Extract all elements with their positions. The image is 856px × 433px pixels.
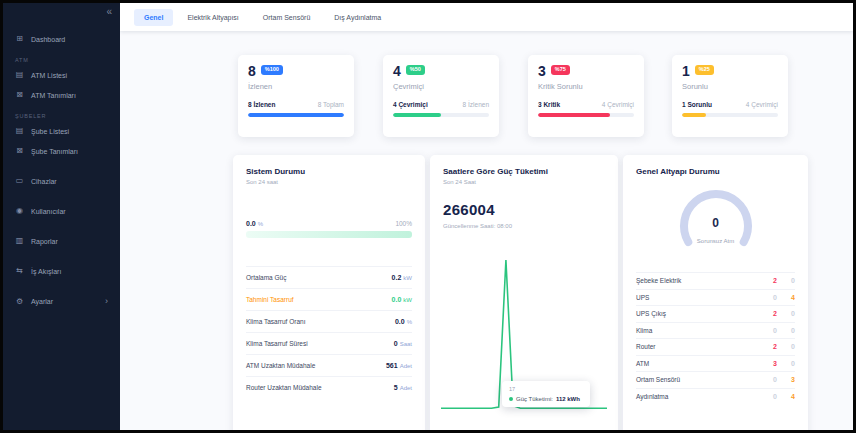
- sidebar-item-dashboard[interactable]: ⊞ Dashboard: [3, 29, 120, 49]
- system-row-ortalama-guc: Ortalama Güç 0.2kW: [246, 266, 412, 288]
- stat-meta-left: 8 İzlenen: [248, 101, 275, 108]
- stat-card-izlenen: 8 %100 İzlenen 8 İzlenen 8 Toplam: [238, 55, 354, 137]
- stat-progress-track: [393, 113, 489, 117]
- sidebar-item-ayarlar[interactable]: ⚙ Ayarlar ›: [3, 291, 120, 312]
- stat-value: 4: [393, 64, 401, 78]
- critical-count: 0: [759, 393, 777, 400]
- row-label: Router Uzaktan Müdahale: [246, 384, 322, 391]
- infra-row-ortam-sensoru: Ortam Sensörü 0 3: [636, 371, 795, 388]
- tab-genel[interactable]: Genel: [134, 9, 173, 26]
- sidebar-item-raporlar[interactable]: ▥ Raporlar: [3, 231, 120, 251]
- infra-row-ups-cikis: UPS Çıkış 2 0: [636, 305, 795, 322]
- sidebar-item-cihazlar[interactable]: ▭ Cihazlar: [3, 171, 120, 191]
- row-label: ATM Uzaktan Müdahale: [246, 362, 315, 369]
- panel-subtitle: Son 24 saat: [246, 179, 412, 185]
- system-row-tahmini-tasarruf: Tahmini Tasarruf 0.0kW: [246, 288, 412, 310]
- sidebar-item-label: Raporlar: [31, 238, 58, 245]
- sidebar-item-sube-listesi[interactable]: ▤ Şube Listesi: [3, 121, 120, 141]
- power-total-value: 266004: [443, 201, 605, 218]
- infrastructure-status-card: Genel Altyapı Durumu 0 Sorunsuz Atm Şebe…: [623, 155, 808, 430]
- panel-title: Saatlere Göre Güç Tüketimi: [443, 167, 605, 176]
- stat-meta-right: 4 Çevrimiçi: [602, 101, 634, 108]
- sidebar-section-atm: ATM: [3, 49, 120, 65]
- critical-count: 2: [759, 343, 777, 350]
- atm-definitions-icon: ⊠: [15, 91, 24, 99]
- row-value: 0.2: [392, 274, 402, 281]
- panel-title: Sistem Durumu: [246, 167, 412, 176]
- row-label: UPS: [636, 294, 759, 301]
- stat-card-kritik-sorunlu: 3 %75 Kritik Sorunlu 3 Kritik 4 Çevrimiç…: [528, 55, 644, 137]
- warning-count: 0: [777, 360, 795, 367]
- tab-dis-aydinlatma[interactable]: Dış Aydınlatma: [324, 9, 391, 26]
- critical-count: 2: [759, 277, 777, 284]
- stat-meta-left: 1 Sorunlu: [682, 101, 712, 108]
- infrastructure-gauge: 0 Sorunsuz Atm: [666, 186, 766, 270]
- stat-badge: %50: [406, 65, 425, 75]
- tooltip-value: 112 kWh: [556, 396, 580, 402]
- sidebar-item-kullanicilar[interactable]: ◉ Kullanıcılar: [3, 201, 120, 221]
- warning-count: 4: [777, 393, 795, 400]
- stat-progress-fill: [682, 113, 706, 117]
- sidebar-item-label: Ayarlar: [31, 298, 53, 305]
- sidebar-section-subeler: ŞUBELER: [3, 105, 120, 121]
- atm-list-icon: ▤: [15, 71, 24, 79]
- sidebar-collapse-icon[interactable]: «: [106, 6, 112, 17]
- system-status-card: Sistem Durumu Son 24 saat 0.0% 100% Orta…: [233, 155, 425, 430]
- stat-progress-track: [682, 113, 778, 117]
- system-row-atm-uzaktan-mudahale: ATM Uzaktan Müdahale 561Adet: [246, 354, 412, 376]
- range-left: 0.0%: [246, 220, 263, 227]
- stat-meta-right: 4 Çevrimiçi: [746, 101, 778, 108]
- sidebar-item-label: Şube Tanımları: [31, 148, 78, 155]
- row-unit: kW: [403, 297, 412, 303]
- warning-count: 0: [777, 343, 795, 350]
- infra-row-router: Router 2 0: [636, 338, 795, 355]
- sidebar-item-atm-tanimlari[interactable]: ⊠ ATM Tanımları: [3, 85, 120, 105]
- infrastructure-rows: Şebeke Elektrik 2 0 UPS 0 4 UPS Çıkış 2 …: [636, 272, 795, 404]
- row-value: 0.0: [392, 296, 402, 303]
- stat-card-cevrimici: 4 %50 Çevrimiçi 4 Çevrimiçi 8 İzlenen: [383, 55, 499, 137]
- warning-count: 3: [777, 376, 795, 383]
- critical-count: 0: [759, 327, 777, 334]
- warning-count: 0: [777, 277, 795, 284]
- stat-value: 8: [248, 64, 256, 78]
- main-content: 8 %100 İzlenen 8 İzlenen 8 Toplam 4 %50 …: [120, 31, 853, 430]
- tab-ortam-sensoru[interactable]: Ortam Sensörü: [253, 9, 320, 26]
- sidebar-item-sube-tanimlari[interactable]: ⊠ Şube Tanımları: [3, 141, 120, 161]
- panel-subtitle: Son 24 Saat: [443, 179, 605, 185]
- sidebar-item-atm-listesi[interactable]: ▤ ATM Listesi: [3, 65, 120, 85]
- stat-label: Sorunlu: [682, 82, 778, 91]
- tooltip-series-dot: [509, 397, 513, 401]
- critical-count: 2: [759, 310, 777, 317]
- infra-row-klima: Klima 0 0: [636, 322, 795, 339]
- tab-elektrik-altyapisi[interactable]: Elektrik Altyapısı: [177, 9, 248, 26]
- row-label: UPS Çıkış: [636, 310, 759, 317]
- stat-label: İzlenen: [248, 82, 344, 91]
- stat-progress-track: [538, 113, 634, 117]
- range-left-unit: %: [258, 221, 263, 227]
- stat-label: Kritik Sorunlu: [538, 82, 634, 91]
- sidebar-item-label: İş Akışları: [31, 268, 61, 275]
- row-label: Tahmini Tasarruf: [246, 296, 294, 303]
- sidebar-item-is-akislari[interactable]: ⇆ İş Akışları: [3, 261, 120, 281]
- system-row-klima-tasarruf-suresi: Klima Tasarruf Süresi 0Saat: [246, 332, 412, 354]
- row-unit: Adet: [400, 363, 412, 369]
- chevron-right-icon: ›: [105, 297, 108, 306]
- row-label: Ortalama Güç: [246, 274, 286, 281]
- range-right: 100%: [395, 220, 412, 227]
- row-label: ATM: [636, 360, 759, 367]
- stat-badge: %25: [695, 65, 714, 75]
- system-row-router-uzaktan-mudahale: Router Uzaktan Müdahale 5Adet: [246, 376, 412, 398]
- row-unit: Saat: [400, 341, 412, 347]
- dashboard-icon: ⊞: [15, 35, 24, 43]
- sidebar-item-label: ATM Listesi: [31, 72, 67, 79]
- stat-meta-left: 4 Çevrimiçi: [393, 101, 428, 108]
- sidebar-item-label: Kullanıcılar: [31, 208, 66, 215]
- row-label: Klima: [636, 327, 759, 334]
- stat-progress-track: [248, 113, 344, 117]
- row-label: Şebeke Elektrik: [636, 277, 759, 284]
- critical-count: 3: [759, 360, 777, 367]
- row-value: 0.0: [395, 318, 405, 325]
- workflows-icon: ⇆: [15, 267, 24, 275]
- row-label: Aydınlatma: [636, 393, 759, 400]
- infra-row-atm: ATM 3 0: [636, 355, 795, 372]
